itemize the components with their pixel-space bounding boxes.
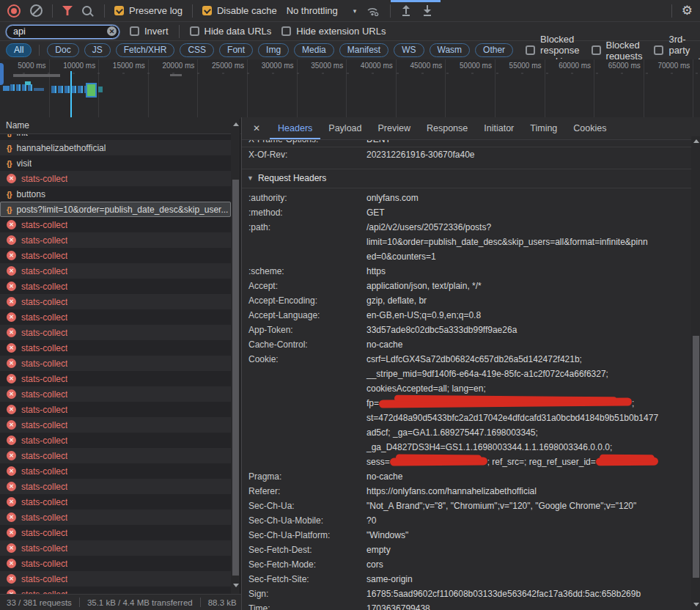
request-row[interactable]: {}buttons [0,186,231,202]
request-name: stats-collect [21,282,67,292]
settings-gear-icon[interactable]: ⚙ [682,4,693,17]
waterfall-activity-bar [13,74,60,77]
overview-column: 70000 ms [644,59,694,117]
request-row[interactable]: ✕stats-collect [0,494,231,510]
tab-initiator[interactable]: Initiator [476,117,522,139]
headers-pane-scrollbar[interactable] [691,136,700,610]
request-row[interactable]: {}visit [0,155,231,171]
request-row[interactable]: ✕stats-collect [0,340,231,356]
filter-pill-manifest[interactable]: Manifest [339,43,388,57]
export-har-icon[interactable] [421,5,433,16]
request-row[interactable]: ✕stats-collect [0,263,231,279]
scrollbar-thumb[interactable] [232,180,239,576]
filter-pill-other[interactable]: Other [475,43,513,57]
network-conditions-icon[interactable] [366,5,380,17]
request-row[interactable]: ✕stats-collect [0,371,231,386]
timeline-overview[interactable]: 5000 ms10000 ms15000 ms20000 ms25000 ms3… [0,59,700,118]
request-row[interactable]: ✕stats-collect [0,448,231,463]
request-row[interactable]: ✕stats-collect [0,571,231,587]
request-row[interactable]: ✕stats-collect [0,386,231,402]
scroll-down-arrow[interactable] [233,584,239,587]
json-request-icon: {} [7,205,12,214]
filter-pill-ws[interactable]: WS [394,43,424,57]
name-column-header[interactable]: Name [0,117,242,134]
invert-checkbox[interactable]: Invert [130,26,169,37]
request-row[interactable]: {}init [0,134,231,140]
filter-pill-img[interactable]: Img [258,43,289,57]
request-failed-icon: ✕ [7,235,16,245]
request-row[interactable]: ✕stats-collect [0,463,231,479]
request-row[interactable]: ✕stats-collect [0,248,231,263]
request-row[interactable]: ✕stats-collect [0,171,231,186]
request-row[interactable]: ✕stats-collect [0,325,231,340]
hide-extension-urls-checkbox[interactable]: Hide extension URLs [281,26,386,37]
filter-pill-wasm[interactable]: Wasm [430,43,471,57]
request-row[interactable]: ✕stats-collect [0,556,231,571]
filter-pill-js[interactable]: JS [84,43,111,57]
request-name: stats-collect [21,297,67,307]
filter-pill-css[interactable]: CSS [180,43,214,57]
request-row[interactable]: ✕stats-collect [0,356,231,371]
tab-payload[interactable]: Payload [320,117,369,139]
request-row[interactable]: ✕stats-collect [0,232,231,248]
header-value-text: cors [366,559,383,570]
record-network-log-button[interactable] [7,4,21,18]
request-row[interactable]: ✕stats-collect [0,294,231,309]
scrollbar-thumb[interactable] [693,336,699,578]
request-row[interactable]: ✕stats-collect [0,540,231,556]
redaction-scribble [596,457,658,466]
clear-network-log-button[interactable] [30,4,43,17]
header-value-text: 33d57ade8c02dbc5a333db99ff9ae26a [366,325,517,335]
request-row[interactable]: {}posts?limit=10&order=publish_date_desc… [0,202,231,217]
request-row[interactable]: ✕stats-collect [0,479,231,494]
filter-pill-media[interactable]: Media [294,43,334,57]
scroll-up-arrow[interactable] [693,139,699,143]
header-value-text: empty [366,545,391,555]
header-value-text: /api2/v2/users/20572336/posts? [366,222,491,232]
waterfall-activity-cluster [98,87,103,92]
request-row[interactable]: ✕stats-collect [0,510,231,525]
scroll-down-arrow[interactable] [693,603,699,606]
tab-headers[interactable]: Headers [270,117,320,139]
tab-response[interactable]: Response [419,117,476,139]
tab-cookies[interactable]: Cookies [565,117,614,139]
filter-pill-font[interactable]: Font [219,43,253,57]
filter-input[interactable] [6,25,119,39]
overview-brush-handle[interactable] [0,63,4,85]
request-failed-icon: ✕ [7,420,16,430]
status-divider [79,598,80,607]
request-row[interactable]: ✕stats-collect [0,433,231,448]
hide-data-urls-checkbox[interactable]: Hide data URLs [190,26,272,37]
request-row[interactable]: ✕stats-collect [0,309,231,325]
request-row[interactable]: {}hannahelizabethofficial [0,140,231,155]
scroll-up-arrow[interactable] [233,122,239,126]
header-value-text: ?0 [366,515,376,526]
blocked-requests-checkbox[interactable]: Blocked requests [592,40,643,62]
tab-preview[interactable]: Preview [370,117,419,139]
request-headers-section[interactable]: ▼ Request Headers [242,169,700,188]
close-icon[interactable]: ✕ [242,123,270,133]
request-row[interactable]: ✕stats-collect [0,587,231,594]
filter-pill-doc[interactable]: Doc [47,43,78,57]
import-har-icon[interactable] [400,5,412,16]
active-panel-indicator [391,0,441,2]
filter-toggle-icon[interactable] [62,6,73,15]
throttling-dropdown[interactable]: No throttling ▾ [287,5,357,16]
header-value-text: cookiesAccepted=all; lang=en; [366,383,486,394]
request-row[interactable]: ✕stats-collect [0,279,231,294]
request-list-scrollbar[interactable] [231,119,240,594]
request-failed-icon: ✕ [7,512,16,522]
request-name: stats-collect [21,251,67,261]
request-row[interactable]: ✕stats-collect [0,217,231,232]
clear-filter-icon[interactable]: ✕ [107,26,117,36]
request-failed-icon: ✕ [7,297,16,306]
request-row[interactable]: ✕stats-collect [0,525,231,540]
tab-timing[interactable]: Timing [522,117,565,139]
filter-pill-all[interactable]: All [6,43,32,57]
preserve-log-checkbox[interactable]: Preserve log [114,5,183,16]
search-icon[interactable] [82,6,92,15]
request-row[interactable]: ✕stats-collect [0,417,231,433]
disable-cache-checkbox[interactable]: Disable cache [202,5,277,16]
filter-pill-fetch-xhr[interactable]: Fetch/XHR [116,43,175,57]
request-row[interactable]: ✕stats-collect [0,402,231,417]
